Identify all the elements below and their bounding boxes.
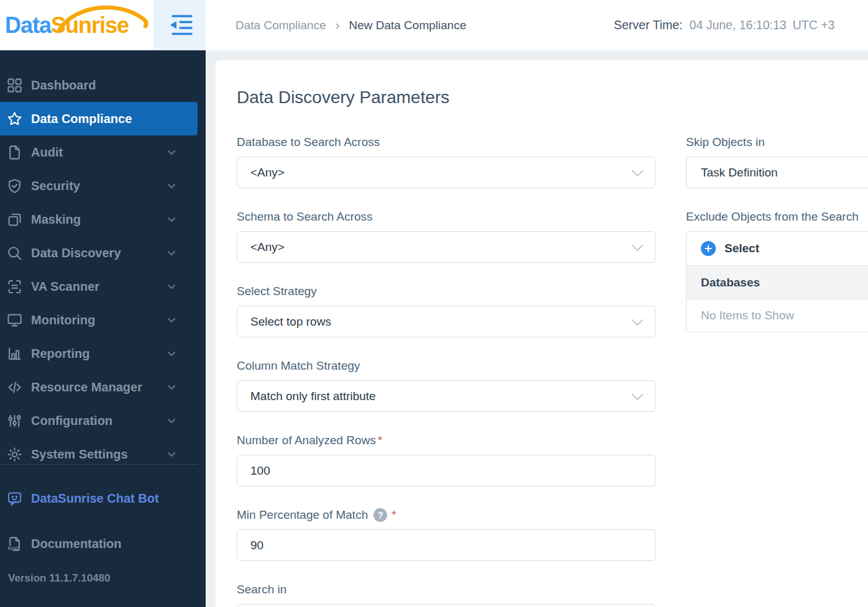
database-select-value: <Any> — [250, 166, 285, 180]
sidebar-item-label: VA Scanner — [31, 280, 99, 294]
copy-icon — [6, 211, 23, 228]
sidebar-item-chat-bot[interactable]: DataSunrise Chat Bot — [0, 481, 198, 515]
analyzed-rows-label: Number of Analyzed Rows* — [237, 432, 656, 449]
chevron-down-icon — [168, 452, 175, 457]
select-button-label: Select — [724, 242, 759, 255]
right-column: Skip Objects in Task Definition Exclude … — [686, 134, 868, 332]
chevron-down-icon — [168, 251, 175, 256]
version-text: Version 11.1.7.10480 — [8, 572, 110, 585]
chevron-down-icon — [168, 150, 175, 155]
scanner-icon — [6, 278, 23, 295]
chevron-down-icon — [168, 285, 175, 290]
search-in-segmented-control — [237, 604, 656, 607]
select-strategy-value: Select top rows — [250, 315, 331, 329]
search-in-label: Search in — [237, 582, 656, 598]
search-in-field: Search in — [237, 582, 656, 607]
breadcrumb-separator: › — [336, 18, 340, 32]
sidebar-item-configuration[interactable]: Configuration — [0, 404, 206, 437]
sidebar-item-label: Audit — [31, 145, 63, 160]
skip-objects-select[interactable]: Task Definition — [686, 157, 868, 188]
server-timezone: UTC +3 — [793, 18, 835, 32]
min-percentage-input[interactable] — [237, 529, 656, 561]
select-strategy-field: Select Strategy Select top rows — [237, 283, 656, 337]
sidebar-item-label: Data Compliance — [31, 112, 132, 126]
sidebar-item-system-settings[interactable]: System Settings — [0, 437, 206, 464]
svg-text:DOC: DOC — [8, 545, 19, 551]
sidebar-item-data-discovery[interactable]: Data Discovery — [0, 236, 206, 270]
dashboard-icon — [6, 77, 23, 94]
databases-group-header: Databases — [687, 266, 868, 299]
sidebar-item-security[interactable]: Security — [0, 169, 206, 203]
schema-select[interactable]: <Any> — [237, 231, 656, 263]
select-strategy-label: Select Strategy — [237, 283, 656, 299]
chevron-down-icon — [168, 184, 175, 189]
shield-check-icon — [6, 178, 23, 194]
page-title: Data Discovery Parameters — [237, 86, 868, 109]
chevron-down-icon — [168, 419, 175, 424]
star-icon — [6, 111, 23, 127]
analyzed-rows-input[interactable] — [237, 455, 656, 486]
sidebar-collapse-button[interactable] — [153, 0, 206, 50]
sidebar-item-va-scanner[interactable]: VA Scanner — [0, 270, 206, 303]
schema-label: Schema to Search Across — [237, 209, 656, 225]
sidebar-item-dashboard[interactable]: Dashboard — [0, 68, 206, 102]
chevron-down-icon — [632, 319, 643, 326]
gear-icon — [6, 446, 23, 463]
exclude-objects-label: Exclude Objects from the Search — [686, 209, 868, 225]
database-label: Database to Search Across — [237, 134, 656, 150]
empty-list-message: No Items to Show — [687, 299, 868, 332]
sidebar-item-documentation[interactable]: DOC Documentation — [0, 527, 198, 560]
database-select[interactable]: <Any> — [237, 157, 656, 188]
sidebar-item-data-compliance[interactable]: Data Compliance — [0, 102, 198, 135]
server-time: Server Time: 04 June, 16:10:13 UTC +3 — [614, 0, 834, 50]
column-match-strategy-label: Column Match Strategy — [237, 358, 656, 374]
column-match-strategy-value: Match only first attribute — [250, 390, 376, 403]
bar-chart-icon — [6, 345, 23, 362]
sidebar-item-resource-manager[interactable]: Resource Manager — [0, 370, 206, 404]
sidebar-item-monitoring[interactable]: Monitoring — [0, 303, 206, 337]
document-icon — [6, 144, 23, 161]
server-time-label: Server Time: — [614, 18, 683, 32]
analyzed-rows-field: Number of Analyzed Rows* — [237, 432, 656, 486]
breadcrumb-current: New Data Compliance — [349, 19, 466, 32]
documentation-icon: DOC — [6, 536, 23, 552]
monitor-icon — [6, 312, 23, 329]
sidebar-item-masking[interactable]: Masking — [0, 203, 206, 236]
chevron-down-icon — [632, 394, 643, 401]
sidebar-item-label: Data Discovery — [31, 246, 121, 260]
column-match-strategy-field: Column Match Strategy Match only first a… — [237, 358, 656, 412]
select-strategy-select[interactable]: Select top rows — [237, 306, 656, 337]
chevron-down-icon — [168, 352, 175, 357]
search-icon — [6, 245, 23, 262]
sidebar-item-label: Dashboard — [31, 78, 96, 93]
data-discovery-parameters-card: Data Discovery Parameters Database to Se… — [216, 60, 868, 607]
sidebar-item-label: System Settings — [31, 447, 128, 462]
chevron-down-icon — [632, 170, 643, 177]
sidebar-divider — [0, 464, 198, 465]
breadcrumb: Data Compliance › New Data Compliance — [235, 0, 466, 50]
sidebar-item-audit[interactable]: Audit — [0, 135, 206, 169]
required-asterisk: * — [391, 507, 396, 523]
code-icon — [6, 379, 23, 396]
main-content-area: Data Discovery Parameters Database to Se… — [206, 50, 868, 607]
logo-text-data: Data — [5, 12, 51, 39]
breadcrumb-parent-link[interactable]: Data Compliance — [235, 19, 326, 32]
exclude-objects-select-button[interactable]: Select — [687, 232, 868, 266]
sidebar: Dashboard Data Compliance Audit Security — [0, 50, 206, 607]
datasunrise-logo[interactable]: DataSunrise — [5, 0, 129, 50]
documentation-label: Documentation — [31, 537, 122, 551]
help-icon[interactable]: ? — [373, 508, 387, 522]
column-match-strategy-select[interactable]: Match only first attribute — [237, 380, 656, 412]
sidebar-item-reporting[interactable]: Reporting — [0, 337, 206, 370]
database-field: Database to Search Across <Any> — [237, 134, 656, 188]
logo-text-sunrise: Sunrise — [51, 12, 129, 39]
skip-objects-value: Task Definition — [701, 166, 778, 180]
required-asterisk: * — [378, 432, 382, 449]
min-percentage-field: Min Percentage of Match ? * — [237, 507, 656, 561]
sidebar-item-label: Reporting — [31, 347, 89, 361]
chevron-down-icon — [168, 217, 175, 222]
top-header: DataSunrise Data Compliance › New Data C… — [0, 0, 868, 50]
schema-select-value: <Any> — [250, 240, 285, 254]
chat-bot-label: DataSunrise Chat Bot — [31, 491, 159, 506]
sidebar-item-label: Configuration — [31, 414, 112, 428]
